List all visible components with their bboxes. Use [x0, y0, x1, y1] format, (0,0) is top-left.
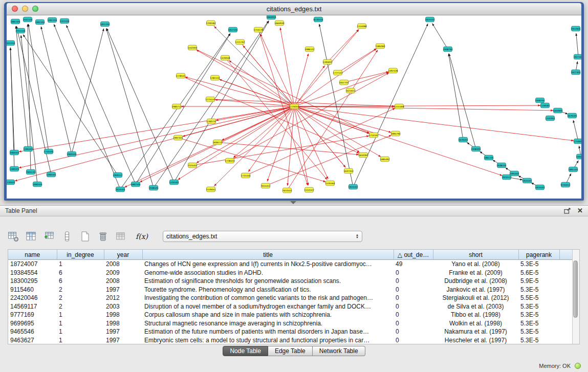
- graph-node[interactable]: 1621612: [345, 88, 355, 93]
- import-table-icon[interactable]: [115, 231, 127, 242]
- graph-edge[interactable]: [174, 21, 269, 182]
- graph-node[interactable]: 1891105: [568, 167, 578, 172]
- graph-node[interactable]: 1900512: [113, 172, 122, 178]
- graph-node[interactable]: 1725440: [241, 173, 250, 178]
- graph-edge[interactable]: [106, 29, 154, 188]
- graph-node[interactable]: 1927405: [573, 54, 581, 59]
- graph-node[interactable]: 2041104: [23, 17, 32, 22]
- graph-node[interactable]: 1442004: [187, 45, 197, 50]
- graph-edge[interactable]: [197, 106, 294, 163]
- graph-node[interactable]: 1275141: [205, 97, 215, 102]
- graph-edge[interactable]: [67, 25, 136, 184]
- graph-node[interactable]: 1461104: [47, 17, 57, 23]
- graph-node[interactable]: 1420048: [220, 55, 230, 60]
- table-row[interactable]: 911546021997Tourette syndrome. Phenomeno…: [8, 286, 573, 294]
- network-view[interactable]: 1724045166493012541391221797142004812815…: [7, 15, 581, 199]
- tab-network-table[interactable]: Network Table: [313, 346, 365, 356]
- graph-edge[interactable]: [19, 106, 294, 152]
- column-header-name[interactable]: name: [8, 250, 57, 260]
- new-document-icon[interactable]: [79, 231, 91, 242]
- graph-node[interactable]: 1210605: [573, 139, 581, 144]
- graph-edge[interactable]: [72, 29, 104, 154]
- graph-node[interactable]: 7485083: [375, 43, 385, 49]
- graph-edge[interactable]: [294, 106, 553, 111]
- table-scrollbar[interactable]: [572, 250, 579, 344]
- graph-node[interactable]: 1283731: [206, 119, 216, 124]
- graph-edge[interactable]: [214, 106, 294, 186]
- table-row[interactable]: 946362711997Embryonic stem cells: a mode…: [8, 336, 573, 344]
- graph-node[interactable]: 1281510: [210, 75, 220, 80]
- close-panel-icon[interactable]: ✕: [577, 208, 583, 214]
- graph-edge[interactable]: [15, 106, 294, 181]
- table-row[interactable]: 1938455462009Genome-wide association stu…: [8, 269, 573, 277]
- graph-node[interactable]: 1777141: [333, 70, 342, 75]
- graph-node[interactable]: 1900505: [67, 151, 76, 157]
- graph-edge[interactable]: [154, 20, 269, 188]
- graph-node[interactable]: 1924503: [535, 185, 545, 190]
- graph-node[interactable]: 1986107: [304, 47, 314, 52]
- graph-node[interactable]: 1097439: [388, 68, 398, 73]
- graph-node[interactable]: 1997331: [173, 135, 183, 140]
- graph-node[interactable]: 1679205: [567, 113, 577, 118]
- graph-node[interactable]: 1535564: [325, 181, 335, 186]
- graph-node[interactable]: 1490505: [46, 172, 56, 177]
- graph-node[interactable]: 1895794: [390, 131, 400, 136]
- graph-edge[interactable]: [294, 106, 502, 176]
- graph-edge[interactable]: [576, 33, 578, 57]
- column-header-title[interactable]: title: [142, 250, 394, 260]
- column-header-pagerank[interactable]: pagerank: [518, 250, 559, 260]
- graph-node[interactable]: 1881304: [10, 19, 20, 24]
- graph-node[interactable]: 9245012: [560, 182, 570, 187]
- float-panel-icon[interactable]: [564, 208, 571, 214]
- graph-node[interactable]: 7653441: [282, 188, 292, 193]
- graph-node[interactable]: 1095405: [509, 171, 519, 176]
- graph-node[interactable]: 1991104: [35, 19, 45, 25]
- graph-edge[interactable]: [217, 142, 359, 155]
- graph-edge[interactable]: [294, 106, 328, 179]
- graph-edge[interactable]: [449, 54, 476, 149]
- graph-edge[interactable]: [449, 54, 463, 140]
- table-row[interactable]: 2242004622012Investigating the contribut…: [8, 294, 573, 302]
- graph-edge[interactable]: [260, 34, 294, 106]
- graph-node[interactable]: 1980713: [171, 104, 181, 109]
- graph-node[interactable]: 1924501: [522, 178, 532, 183]
- graph-node[interactable]: 1595832: [322, 59, 332, 64]
- graph-node[interactable]: 1151469: [394, 104, 404, 109]
- network-window-titlebar[interactable]: citations_edges.txt: [7, 3, 581, 15]
- table-row[interactable]: 977716911998Corpus callosum shape and si…: [8, 311, 573, 319]
- graph-edge[interactable]: [178, 138, 325, 182]
- graph-edge[interactable]: [294, 105, 540, 106]
- tab-node-table[interactable]: Node Table: [223, 346, 268, 356]
- delete-icon[interactable]: [97, 231, 109, 242]
- graph-node[interactable]: 1647704: [339, 80, 349, 85]
- graph-edge[interactable]: [120, 33, 230, 189]
- graph-node[interactable]: 1951905: [571, 26, 580, 31]
- table-row[interactable]: 1456911722003Disruption of a novel membe…: [8, 302, 573, 311]
- graph-node[interactable]: 1924502: [348, 184, 358, 189]
- graph-node[interactable]: 1180505: [9, 166, 19, 171]
- graph-node[interactable]: 8130104: [313, 17, 323, 22]
- graph-node[interactable]: 1938305: [471, 146, 481, 151]
- graph-node[interactable]: 1254139: [253, 27, 263, 32]
- graph-node[interactable]: 1130505: [7, 180, 15, 185]
- graph-node[interactable]: 1728433: [225, 158, 234, 163]
- graph-node[interactable]: 1159581: [540, 103, 550, 108]
- column-header-in_degree[interactable]: in_degree: [57, 250, 104, 260]
- graph-node[interactable]: 2060505: [9, 150, 19, 155]
- graph-edge[interactable]: [21, 35, 37, 184]
- panel-splitter[interactable]: [0, 201, 588, 205]
- graph-edge[interactable]: [266, 135, 391, 186]
- graph-edge[interactable]: [328, 30, 359, 62]
- graph-edge[interactable]: [136, 34, 230, 184]
- graph-node[interactable]: 2624505: [115, 187, 125, 192]
- column-header-year[interactable]: year: [104, 250, 142, 260]
- graph-node[interactable]: 1534505: [169, 180, 179, 185]
- graph-edge[interactable]: [54, 24, 120, 189]
- graph-node[interactable]: 1278541: [176, 73, 185, 78]
- network-canvas[interactable]: 1724045166493012541391221797142004812815…: [7, 15, 581, 199]
- graph-node[interactable]: 7615452: [260, 183, 270, 188]
- graph-node[interactable]: 1724045: [289, 104, 299, 109]
- graph-edge[interactable]: [19, 106, 294, 168]
- graph-node[interactable]: 1948705: [535, 98, 545, 103]
- table-row[interactable]: 1872400712008Changes of HCN gene express…: [8, 260, 573, 269]
